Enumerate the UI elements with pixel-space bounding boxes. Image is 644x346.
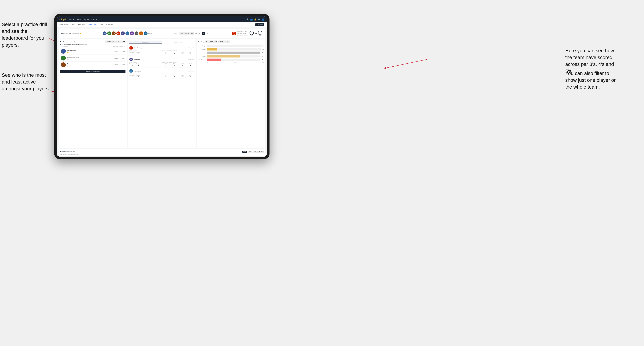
settings-icon[interactable]: ⚙️ — [258, 18, 260, 21]
streaks-header: Best Round Streaks OTT APP ARG PUTT — [60, 151, 264, 153]
leaderboard-row-3[interactable]: Cameron... 🥉 17/20 103 — [60, 61, 126, 68]
team-show-filter: Show: Last 3 months Last month Last 6 mo… — [174, 32, 209, 35]
activity-player-1: BM Blair McHarg 26 Aug 2023 Total Rounds… — [129, 45, 194, 56]
lb-avg-1: 110 — [120, 50, 125, 52]
subnav-team-clippd[interactable]: Team Clippd — [88, 23, 97, 26]
main-content: Team Clippd | 14 Players ✏️ RB EC CJ BM … — [57, 27, 267, 157]
filter-arg[interactable]: ARG — [253, 151, 258, 153]
bar-track-dbogeys — [207, 58, 260, 61]
total-rounds-values-3: Tournament 7 Practice 2 — [129, 75, 162, 78]
ott-val-3: 0 — [162, 76, 170, 78]
activity-date-2: 02 Sep 2023 — [188, 59, 194, 60]
nav-item-performance[interactable]: My Performance — [84, 18, 96, 20]
nav-item-home[interactable]: Home — [69, 18, 74, 20]
team-header: Team Clippd | 14 Players ✏️ RB EC CJ BM … — [59, 29, 265, 38]
lb-avatar-2 — [61, 56, 66, 60]
bar-fill-pars — [207, 51, 260, 54]
player-avatar-8[interactable]: PH — [134, 31, 138, 35]
players-label: Players — [148, 33, 152, 34]
shot-start-lie: Start Lie: Rough — [237, 32, 248, 34]
activity-name-3: Josh Coles — [134, 70, 187, 72]
subnav-hcaps[interactable]: Hcaps 1-5 — [78, 23, 86, 26]
leaderboard-dropdown[interactable]: PUTT Must Make Putting... — [105, 40, 126, 43]
player-avatar-10[interactable]: SR — [144, 31, 148, 35]
scoring-filter-players[interactable]: All Players — [218, 40, 230, 43]
lb-score-3: 17/20 — [114, 64, 118, 66]
practice-activities-group-2: Total Practice Activities OTT0 APP0 ARG0… — [162, 62, 194, 66]
activity-name-1: Blair McHarg — [134, 47, 187, 49]
shot-distances: 16 yds → 0 yds — [250, 31, 262, 36]
shot-badge: 198 SC — [232, 32, 236, 35]
bell-icon[interactable]: 🔔 — [254, 18, 256, 21]
leaderboard-title: Practice Leaderboards — [60, 41, 75, 43]
tab-least-active[interactable]: Least Active — [162, 40, 194, 44]
leaderboard-card: Practice Leaderboards PUTT Must Make Put… — [59, 39, 127, 148]
bar-track-eagles — [207, 44, 262, 47]
profile-icon[interactable]: 👤 — [262, 18, 264, 21]
bar-value-eagles: 3 — [263, 45, 264, 46]
svg-line-2 — [385, 59, 427, 68]
search-icon[interactable]: 🔍 — [246, 18, 249, 21]
view-full-leaderboard-button[interactable]: View Full Leaderboard — [60, 70, 126, 73]
nav-item-teams[interactable]: Teams — [76, 18, 82, 20]
subnav-all-players[interactable]: All Players — [106, 23, 113, 26]
bar-row-eagles: Eagles 3 — [198, 44, 264, 47]
subnav-tour[interactable]: Tour — [100, 23, 103, 26]
scoring-filter-par[interactable]: Par 3, 4 & 5s — [204, 40, 217, 43]
streaks-title: Best Round Streaks — [60, 151, 75, 153]
subnav-pgat[interactable]: PGAT Players — [60, 23, 69, 26]
total-rounds-group-1: Total Rounds Tournament 7 Practice 6 — [129, 50, 162, 55]
view-card-icon[interactable]: ▤ — [202, 32, 205, 35]
player-avatar-9[interactable]: LM — [139, 31, 143, 35]
activity-stats-2: Total Rounds Tournament 8 Practice 4 — [129, 62, 194, 66]
leaderboard-row-2[interactable]: Edward Crossman 🥈 18/20 107 — [60, 55, 126, 61]
add-team-button[interactable]: Add Team — [255, 23, 264, 26]
player-avatar-4[interactable]: BM — [116, 31, 120, 35]
lb-medal-2: 🥈 — [67, 58, 114, 60]
app-val-3: 0 — [170, 76, 178, 78]
bar-value-birdies: 96 — [262, 49, 264, 50]
player-avatar-5[interactable]: JC — [121, 31, 125, 35]
streaks-subtitle: Off The Tee, Fairway Accuracy — [60, 154, 264, 155]
view-grid-icon[interactable]: ⊞ — [194, 32, 198, 35]
filter-putt[interactable]: PUTT — [258, 151, 264, 153]
subnav: PGAT Players PGA Hcaps 1-5 Team Clippd T… — [57, 22, 267, 27]
tablet-device: clippd Home Teams My Performance 🔍 👥 🔔 ⚙… — [54, 14, 270, 159]
edit-icon[interactable]: ✏️ — [80, 33, 82, 34]
arg-val-1: 0 — [179, 53, 186, 54]
leaderboard-row-1[interactable]: Richard Butler 🥇 19/20 110 — [60, 48, 126, 55]
practice-val-1: 6 — [136, 53, 140, 55]
bar-row-birdies: Birdies 96 — [198, 48, 264, 50]
total-rounds-group-3: Total Rounds Tournament 7 Practice 2 — [129, 73, 162, 78]
timeline-chart: 7x 6x 6x 5x — [60, 156, 264, 157]
player-avatar-2[interactable]: EC — [107, 31, 111, 35]
activity-avatar-1: BM — [129, 46, 133, 50]
bar-fill-eagles — [207, 44, 207, 47]
bar-fill-birdies — [207, 48, 217, 50]
filter-ott[interactable]: OTT — [242, 151, 247, 153]
total-rounds-label-2: Total Rounds — [129, 62, 162, 63]
filter-app[interactable]: APP — [248, 151, 252, 153]
player-avatar-6[interactable]: RB — [126, 31, 129, 35]
putt-val-3: 1 — [187, 76, 194, 78]
subnav-pga[interactable]: PGA — [72, 23, 76, 26]
practice-val-3: 2 — [136, 76, 140, 78]
total-rounds-group-2: Total Rounds Tournament 8 Practice 4 — [129, 62, 162, 66]
total-rounds-values-1: Tournament 7 Practice 6 — [129, 52, 162, 55]
activity-date-1: 26 Aug 2023 — [188, 47, 194, 49]
tab-most-active[interactable]: Most Active — [129, 40, 162, 44]
putt-val-1: 1 — [187, 53, 194, 54]
dist-circle-1: 16 — [250, 31, 254, 35]
player-avatar-7[interactable]: TK — [130, 31, 134, 35]
view-sort-icon[interactable]: ⇅ — [206, 32, 209, 35]
player-avatar-3[interactable]: CJ — [112, 31, 116, 35]
practice-act-label-1: Total Practice Activities — [162, 50, 194, 51]
player-avatar-1[interactable]: RB — [103, 31, 106, 35]
practice-activities-group-3: Total Practice Activities OTT0 APP0 ARG0… — [162, 73, 194, 78]
view-list-icon[interactable]: ≡ — [198, 32, 202, 35]
people-icon[interactable]: 👥 — [250, 18, 253, 21]
nav-bar: clippd Home Teams My Performance 🔍 👥 🔔 ⚙… — [57, 16, 267, 22]
activity-card: Most Active Least Active BM Blair McHarg… — [128, 39, 196, 148]
activity-player-3: JC Josh Coles 26 Aug 2023 Total Rounds T… — [129, 68, 194, 79]
show-select[interactable]: Last 3 months Last month Last 6 months — [179, 32, 194, 35]
